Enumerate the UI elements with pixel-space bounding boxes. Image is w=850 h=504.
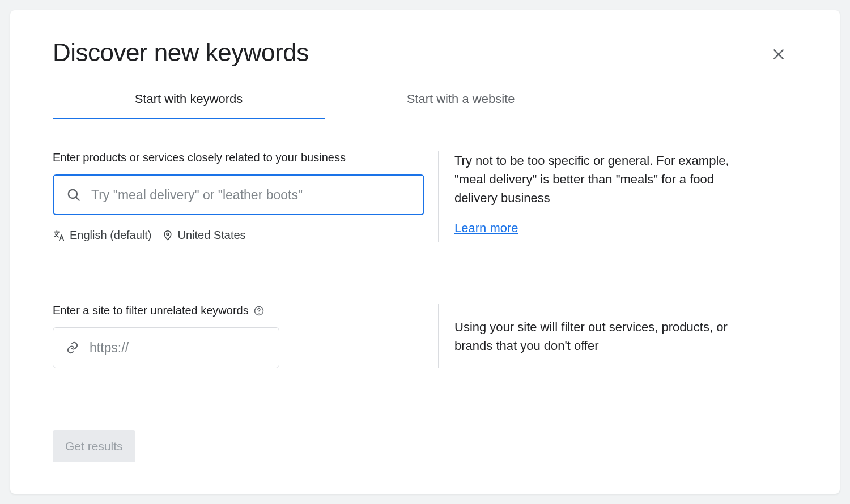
keywords-input[interactable] xyxy=(91,187,411,203)
site-tip-text: Using your site will filter out services… xyxy=(454,318,755,355)
tab-start-with-keywords[interactable]: Start with keywords xyxy=(53,84,325,119)
svg-line-3 xyxy=(76,197,79,200)
keywords-right-col: Try not to be too specific or general. F… xyxy=(438,151,755,242)
tabs: Start with keywords Start with a website xyxy=(53,84,797,119)
site-section: Enter a site to filter unrelated keyword… xyxy=(53,304,797,368)
page-title: Discover new keywords xyxy=(53,39,797,67)
get-results-button[interactable]: Get results xyxy=(53,430,135,462)
close-button[interactable] xyxy=(768,44,789,65)
site-field-label-text: Enter a site to filter unrelated keyword… xyxy=(53,304,249,317)
translate-icon xyxy=(53,229,65,242)
help-icon[interactable] xyxy=(253,305,265,317)
keywords-tip-text: Try not to be too specific or general. F… xyxy=(454,151,755,207)
learn-more-link[interactable]: Learn more xyxy=(454,221,518,236)
keywords-field-label: Enter products or services closely relat… xyxy=(53,151,424,164)
keywords-left-col: Enter products or services closely relat… xyxy=(53,151,438,242)
language-chip[interactable]: English (default) xyxy=(53,229,152,242)
keywords-input-box[interactable] xyxy=(53,174,424,215)
link-icon xyxy=(66,341,79,354)
site-left-col: Enter a site to filter unrelated keyword… xyxy=(53,304,438,368)
site-input[interactable] xyxy=(90,340,266,356)
keywords-section: Enter products or services closely relat… xyxy=(53,151,797,242)
site-input-box[interactable] xyxy=(53,327,279,368)
close-icon xyxy=(771,47,786,62)
location-pin-icon xyxy=(162,230,173,241)
language-label: English (default) xyxy=(70,229,152,242)
site-right-col: Using your site will filter out services… xyxy=(438,304,755,368)
location-label: United States xyxy=(178,229,246,242)
location-chip[interactable]: United States xyxy=(162,229,246,242)
discover-keywords-card: Discover new keywords Start with keyword… xyxy=(10,10,840,494)
site-field-label: Enter a site to filter unrelated keyword… xyxy=(53,304,424,317)
svg-point-6 xyxy=(258,313,259,313)
search-icon xyxy=(66,187,81,202)
tab-start-with-website[interactable]: Start with a website xyxy=(325,84,597,119)
input-settings-row: English (default) United States xyxy=(53,229,424,242)
svg-point-4 xyxy=(166,233,168,235)
